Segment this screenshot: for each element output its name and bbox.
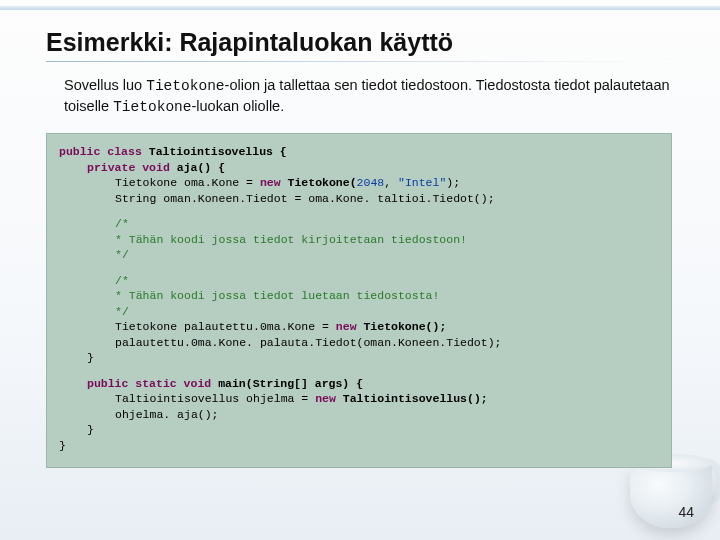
code-kw: new: [315, 392, 336, 405]
code-text: }: [59, 439, 66, 452]
slide-description: Sovellus luo Tietokone-olion ja talletta…: [64, 76, 674, 117]
code-text: main(String[] args) {: [211, 377, 363, 390]
code-str: "Intel": [398, 176, 446, 189]
code-comment: * Tähän koodi jossa tiedot kirjoitetaan …: [115, 233, 467, 246]
code-kw: public static void: [87, 377, 211, 390]
code-kw: new: [260, 176, 281, 189]
desc-mono-1: Tietokone: [146, 78, 224, 94]
code-text: palautettu.0ma.Kone. palauta.Tiedot(oman…: [115, 336, 501, 349]
code-comment: /*: [115, 217, 129, 230]
code-text: Taltiointisovellus();: [336, 392, 488, 405]
code-text: Tietokone();: [357, 320, 447, 333]
code-comment: /*: [115, 274, 129, 287]
slide-title: Esimerkki: Rajapintaluokan käyttö: [46, 28, 674, 57]
code-comment: * Tähän koodi jossa tiedot luetaan tiedo…: [115, 289, 439, 302]
desc-text: -luokan oliolle.: [192, 98, 285, 114]
code-text: Taltiointisovellus ohjelma =: [115, 392, 315, 405]
code-text: }: [87, 423, 94, 436]
code-block: public class Taltiointisovellus { privat…: [46, 133, 672, 468]
code-text: String oman.Koneen.Tiedot = oma.Kone. ta…: [115, 192, 495, 205]
header-stripe: [0, 6, 720, 10]
slide-content: Esimerkki: Rajapintaluokan käyttö Sovell…: [0, 0, 720, 468]
code-text: ohjelma. aja();: [115, 408, 219, 421]
code-comment: */: [115, 305, 129, 318]
code-text: );: [446, 176, 460, 189]
title-separator: [46, 61, 674, 62]
code-text: Tietokone(: [281, 176, 357, 189]
code-text: Tietokone palautettu.0ma.Kone =: [115, 320, 336, 333]
code-text: ,: [384, 176, 398, 189]
code-kw: new: [336, 320, 357, 333]
code-text: Taltiointisovellus {: [142, 145, 287, 158]
code-kw: private void: [87, 161, 170, 174]
code-text: Tietokone oma.Kone =: [115, 176, 260, 189]
code-kw: public class: [59, 145, 142, 158]
code-num: 2048: [357, 176, 385, 189]
page-number: 44: [678, 504, 694, 520]
desc-text: Sovellus luo: [64, 77, 146, 93]
cup-body-icon: [630, 466, 712, 528]
code-text: aja() {: [170, 161, 225, 174]
code-comment: */: [115, 248, 129, 261]
desc-mono-2: Tietokone: [113, 99, 191, 115]
code-text: }: [87, 351, 94, 364]
